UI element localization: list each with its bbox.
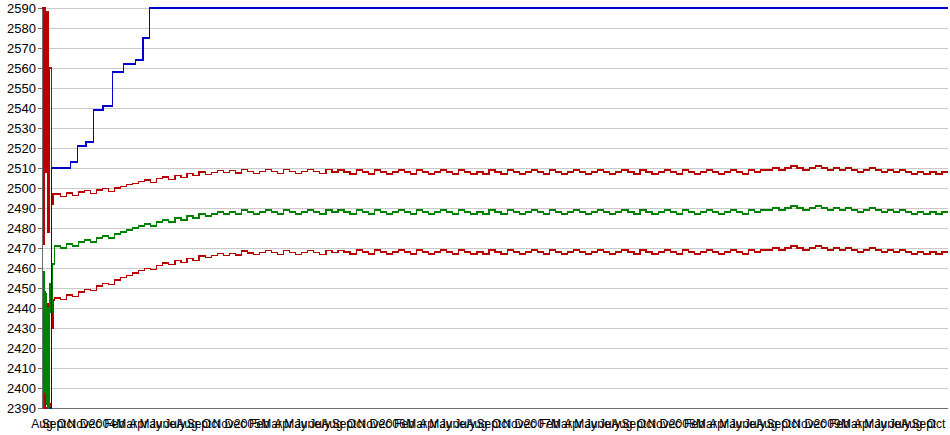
y-tick-label: 2510 bbox=[7, 161, 36, 176]
y-tick-label: 2590 bbox=[7, 1, 36, 16]
y-tick-label: 2480 bbox=[7, 221, 36, 236]
series-rating-line bbox=[43, 206, 948, 408]
y-tick-label: 2540 bbox=[7, 101, 36, 116]
chart-canvas: 2390240024102420243024402450246024702480… bbox=[0, 0, 950, 435]
y-tick-label: 2550 bbox=[7, 81, 36, 96]
y-tick-label: 2400 bbox=[7, 381, 36, 396]
y-tick-label: 2390 bbox=[7, 401, 36, 416]
y-tick-label: 2560 bbox=[7, 61, 36, 76]
y-tick-label: 2500 bbox=[7, 181, 36, 196]
y-tick-label: 2420 bbox=[7, 341, 36, 356]
y-tick-label: 2460 bbox=[7, 261, 36, 276]
y-tick-label: 2520 bbox=[7, 141, 36, 156]
y-tick-label: 2430 bbox=[7, 321, 36, 336]
x-tick-label: Oct bbox=[927, 417, 946, 431]
y-tick-label: 2570 bbox=[7, 41, 36, 56]
series-lower-bound-line bbox=[43, 246, 948, 408]
y-tick-label: 2410 bbox=[7, 361, 36, 376]
y-tick-label: 2490 bbox=[7, 201, 36, 216]
y-tick-label: 2450 bbox=[7, 281, 36, 296]
y-tick-label: 2580 bbox=[7, 21, 36, 36]
y-tick-label: 2530 bbox=[7, 121, 36, 136]
y-tick-label: 2470 bbox=[7, 241, 36, 256]
y-tick-label: 2440 bbox=[7, 301, 36, 316]
rating-history-chart: 2390240024102420243024402450246024702480… bbox=[0, 0, 950, 435]
